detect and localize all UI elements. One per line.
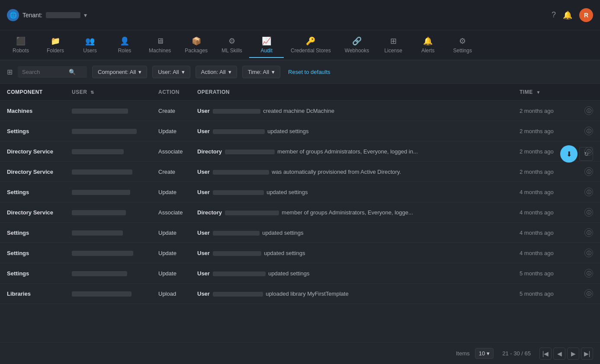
page-navigation: |◀ ◀ ▶ ▶| bbox=[539, 348, 593, 360]
cell-info[interactable]: ⓘ bbox=[578, 162, 600, 182]
page-info: 21 - 30 / 65 bbox=[502, 350, 531, 357]
cell-user bbox=[65, 284, 151, 304]
sidebar-item-ml-skills[interactable]: ⚙ ML Skills bbox=[215, 33, 249, 58]
cell-time: 4 months ago bbox=[513, 243, 578, 263]
table-row: Settings Update User updated settings 4 … bbox=[0, 182, 600, 202]
cell-time: 2 months ago bbox=[513, 121, 578, 141]
sidebar-item-machines[interactable]: 🖥 Machines bbox=[142, 33, 178, 58]
packages-icon: 📦 bbox=[192, 36, 201, 46]
time-filter[interactable]: Time: All ▾ bbox=[242, 66, 280, 78]
component-filter[interactable]: Component: All ▾ bbox=[92, 66, 147, 78]
info-icon[interactable]: ⓘ bbox=[584, 289, 593, 298]
sidebar-item-folders[interactable]: 📁 Folders bbox=[38, 33, 73, 58]
info-icon[interactable]: ⓘ bbox=[584, 127, 593, 135]
refresh-button[interactable]: ↻ bbox=[579, 147, 593, 161]
cell-info[interactable]: ⓘ bbox=[578, 243, 600, 263]
top-bar: 🌐 Tenant: ▾ ? 🔔 R bbox=[0, 0, 600, 30]
cell-action: Update bbox=[151, 121, 190, 141]
cell-component: Machines bbox=[0, 101, 65, 121]
action-filter[interactable]: Action: All ▾ bbox=[196, 66, 237, 78]
user-blur bbox=[72, 169, 132, 175]
info-icon[interactable]: ⓘ bbox=[584, 188, 593, 196]
cell-info[interactable]: ⓘ bbox=[578, 284, 600, 304]
nav-bar: ⬛ Robots 📁 Folders 👥 Users 👤 Roles 🖥 Mac… bbox=[0, 30, 600, 61]
column-header-component[interactable]: COMPONENT bbox=[0, 84, 65, 101]
user-filter[interactable]: User: All ▾ bbox=[152, 66, 190, 78]
items-per-page-select[interactable]: 10 ▾ bbox=[475, 348, 494, 359]
column-header-operation[interactable]: OPERATION bbox=[190, 84, 513, 101]
next-page-button[interactable]: ▶ bbox=[567, 348, 579, 360]
action-filter-chevron: ▾ bbox=[228, 69, 231, 75]
table-row: Settings Update User updated settings 4 … bbox=[0, 243, 600, 263]
search-box[interactable]: 🔍 bbox=[18, 66, 87, 78]
table-row: Directory Service Create User was automa… bbox=[0, 162, 600, 182]
cell-info[interactable]: ⓘ bbox=[578, 223, 600, 243]
cell-info[interactable]: ⓘ bbox=[578, 121, 600, 141]
sidebar-item-license[interactable]: ⊞ License bbox=[376, 33, 411, 58]
nav-label-roles: Roles bbox=[118, 48, 132, 54]
audit-icon: 📈 bbox=[262, 36, 271, 46]
cell-user bbox=[65, 121, 151, 141]
info-icon[interactable]: ⓘ bbox=[584, 167, 593, 176]
sidebar-item-webhooks[interactable]: 🔗 Webhooks bbox=[338, 33, 376, 58]
cell-component: Directory Service bbox=[0, 141, 65, 162]
user-blur bbox=[72, 190, 130, 195]
cell-info[interactable]: ⓘ bbox=[578, 263, 600, 284]
cell-time: 5 months ago bbox=[513, 263, 578, 284]
help-icon[interactable]: ? bbox=[552, 10, 556, 19]
sidebar-item-alerts[interactable]: 🔔 Alerts bbox=[411, 33, 445, 58]
cell-user bbox=[65, 223, 151, 243]
license-icon: ⊞ bbox=[390, 36, 397, 46]
webhooks-icon: 🔗 bbox=[352, 36, 362, 46]
column-header-action[interactable]: ACTION bbox=[151, 84, 190, 101]
items-per-page-chevron: ▾ bbox=[487, 350, 490, 357]
grid-view-icon[interactable]: ⊞ bbox=[7, 68, 13, 76]
cell-info[interactable]: ⓘ bbox=[578, 101, 600, 121]
user-avatar[interactable]: R bbox=[579, 8, 593, 22]
table-row: Settings Update User updated settings 4 … bbox=[0, 223, 600, 243]
cell-user bbox=[65, 263, 151, 284]
column-header-time[interactable]: TIME ▼ bbox=[513, 84, 578, 101]
info-icon[interactable]: ⓘ bbox=[584, 208, 593, 217]
sidebar-item-users[interactable]: 👥 Users bbox=[73, 33, 107, 58]
cell-time: 2 months ago bbox=[513, 101, 578, 121]
tenant-dropdown-icon[interactable]: ▾ bbox=[84, 12, 87, 19]
cell-user bbox=[65, 243, 151, 263]
sidebar-item-robots[interactable]: ⬛ Robots bbox=[3, 33, 38, 58]
cell-action: Create bbox=[151, 162, 190, 182]
sidebar-item-packages[interactable]: 📦 Packages bbox=[178, 33, 215, 58]
prev-page-button[interactable]: ◀ bbox=[553, 348, 565, 360]
reset-defaults-button[interactable]: Reset to defaults bbox=[286, 66, 333, 78]
time-filter-chevron: ▾ bbox=[272, 69, 275, 75]
sidebar-item-settings[interactable]: ⚙ Settings bbox=[445, 33, 480, 58]
first-page-button[interactable]: |◀ bbox=[539, 348, 552, 360]
main-content: ⊞ 🔍 Component: All ▾ User: All ▾ Action:… bbox=[0, 61, 600, 364]
info-icon[interactable]: ⓘ bbox=[584, 228, 593, 237]
cell-action: Associate bbox=[151, 202, 190, 223]
notifications-icon[interactable]: 🔔 bbox=[563, 10, 572, 20]
search-input[interactable] bbox=[22, 69, 65, 75]
sidebar-item-audit[interactable]: 📈 Audit bbox=[249, 33, 284, 58]
audit-table: COMPONENT USER ⇅ ACTION OPERATION TIME ▼ bbox=[0, 84, 600, 304]
cell-action: Update bbox=[151, 182, 190, 202]
cell-time: 4 months ago bbox=[513, 202, 578, 223]
last-page-button[interactable]: ▶| bbox=[581, 348, 593, 360]
user-blur bbox=[72, 251, 133, 256]
cell-operation: User updated settings bbox=[190, 243, 513, 263]
tenant-info[interactable]: 🌐 Tenant: ▾ bbox=[7, 9, 87, 21]
info-icon[interactable]: ⓘ bbox=[584, 106, 593, 115]
robots-icon: ⬛ bbox=[16, 36, 26, 46]
cell-info[interactable]: ⓘ bbox=[578, 202, 600, 223]
cell-info[interactable]: ⓘ bbox=[578, 182, 600, 202]
column-header-user[interactable]: USER ⇅ bbox=[65, 84, 151, 101]
cell-component: Settings bbox=[0, 243, 65, 263]
sidebar-item-credential-stores[interactable]: 🔑 Credential Stores bbox=[284, 33, 338, 58]
info-icon[interactable]: ⓘ bbox=[584, 249, 593, 257]
nav-label-ml-skills: ML Skills bbox=[221, 48, 242, 54]
credential-stores-icon: 🔑 bbox=[306, 36, 315, 46]
sidebar-item-roles[interactable]: 👤 Roles bbox=[107, 33, 142, 58]
info-icon[interactable]: ⓘ bbox=[584, 269, 593, 278]
table-header-row: COMPONENT USER ⇅ ACTION OPERATION TIME ▼ bbox=[0, 84, 600, 101]
download-button[interactable]: ⬇ bbox=[560, 145, 578, 163]
nav-label-credential-stores: Credential Stores bbox=[291, 48, 331, 54]
